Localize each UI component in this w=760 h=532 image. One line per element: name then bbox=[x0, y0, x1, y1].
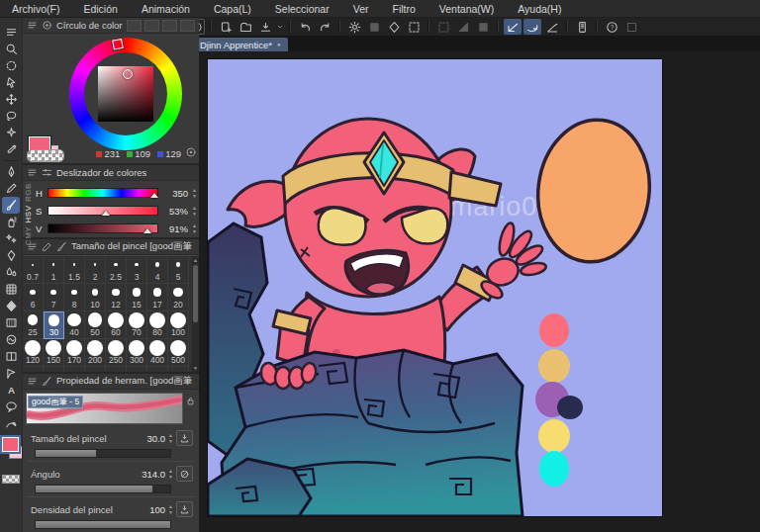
fill-button[interactable] bbox=[385, 19, 403, 35]
fill-tool[interactable] bbox=[2, 298, 20, 314]
brush-size-20[interactable]: 20 bbox=[168, 284, 189, 311]
v-slider-track[interactable] bbox=[48, 223, 158, 233]
property-dynamics-button[interactable] bbox=[176, 466, 193, 482]
undo-button[interactable] bbox=[296, 19, 314, 35]
brush-size-200[interactable]: 200 bbox=[85, 339, 106, 367]
panel-menu-icon[interactable] bbox=[27, 167, 38, 178]
brush-size-3[interactable]: 3 bbox=[127, 256, 147, 284]
slider-stepper[interactable]: ▲▼ bbox=[192, 206, 197, 217]
export-button[interactable] bbox=[256, 19, 274, 35]
open-file-button[interactable] bbox=[237, 19, 254, 35]
slider-stepper[interactable]: ▲▼ bbox=[192, 223, 197, 234]
menu-ventana-w-[interactable]: Ventana(W) bbox=[439, 3, 494, 15]
operate-tool[interactable] bbox=[2, 74, 20, 91]
text-tool[interactable]: A bbox=[2, 382, 20, 399]
export-dropdown-caret[interactable] bbox=[276, 19, 284, 35]
balloon-tool[interactable] bbox=[2, 399, 20, 415]
hue-marker[interactable] bbox=[112, 39, 124, 50]
sv-cursor[interactable] bbox=[123, 69, 133, 79]
brush-size-17[interactable]: 17 bbox=[147, 284, 168, 311]
foreground-color-swatch[interactable] bbox=[2, 437, 19, 452]
brush-size-120[interactable]: 120 bbox=[23, 339, 44, 367]
brush-size-12[interactable]: 12 bbox=[106, 284, 127, 311]
slider-tab-hsv[interactable]: HSV bbox=[23, 203, 34, 224]
brush-size-row5[interactable] bbox=[168, 367, 189, 372]
property-dynamics-button[interactable] bbox=[176, 501, 193, 517]
help-button[interactable]: ? bbox=[603, 19, 620, 35]
tab-close-icon[interactable]: ● bbox=[277, 42, 281, 47]
brush-size-1.5[interactable]: 1.5 bbox=[64, 256, 85, 284]
snap-to-special-ruler-button[interactable] bbox=[523, 19, 541, 35]
palette-menu[interactable] bbox=[2, 24, 20, 41]
property-value[interactable]: 100 bbox=[149, 504, 165, 515]
menu-capa-l-[interactable]: Capa(L) bbox=[214, 3, 251, 15]
brush-size-80[interactable]: 80 bbox=[147, 311, 168, 339]
line-tool[interactable] bbox=[2, 365, 20, 382]
brush-size-50[interactable]: 50 bbox=[85, 311, 106, 339]
brush-size-30[interactable]: 30 bbox=[44, 311, 64, 339]
brush-size-row5[interactable] bbox=[127, 367, 147, 372]
menu-seleccionar[interactable]: Seleccionar bbox=[275, 3, 330, 15]
snap-to-ruler-button[interactable] bbox=[504, 19, 522, 35]
brush-preset-chip[interactable]: good画筆 - 5 bbox=[28, 396, 83, 408]
brush-size-170[interactable]: 170 bbox=[64, 339, 85, 367]
brush-size-2.5[interactable]: 2.5 bbox=[106, 256, 127, 284]
brush-size-row5[interactable] bbox=[23, 367, 44, 372]
artboard[interactable]: mario02 bbox=[208, 59, 662, 516]
eyedropper-tool[interactable] bbox=[2, 141, 20, 158]
color-panel-tabs[interactable] bbox=[127, 20, 195, 32]
brush-size-40[interactable]: 40 bbox=[64, 311, 85, 339]
menu-edici-n[interactable]: Edición bbox=[83, 3, 117, 15]
tone-tool[interactable] bbox=[2, 331, 20, 348]
property-stepper[interactable]: ▲▼ bbox=[168, 504, 173, 515]
auto-select-tool[interactable] bbox=[2, 125, 20, 141]
snap-to-grid-button[interactable] bbox=[543, 19, 561, 35]
menu-ver[interactable]: Ver bbox=[353, 3, 369, 15]
brush-size-1[interactable]: 1 bbox=[44, 256, 64, 284]
document-tab[interactable]: Djinn Apprentice* ● bbox=[193, 38, 288, 51]
selection-tool[interactable] bbox=[2, 57, 20, 74]
new-canvas-button[interactable] bbox=[217, 19, 235, 35]
blend-tool[interactable] bbox=[2, 264, 20, 281]
saturation-value-square[interactable] bbox=[98, 66, 153, 122]
property-value[interactable]: 30.0 bbox=[147, 433, 166, 444]
brush-size-0.7[interactable]: 0.7 bbox=[23, 256, 44, 284]
panel-menu-icon[interactable] bbox=[27, 376, 38, 387]
redo-button[interactable] bbox=[316, 19, 333, 35]
brush-size-500[interactable]: 500 bbox=[168, 339, 189, 367]
pen-tool[interactable] bbox=[2, 163, 20, 180]
slider-tab-rgb[interactable]: RGB bbox=[23, 181, 34, 203]
brush-size-25[interactable]: 25 bbox=[23, 311, 44, 339]
brush-tool[interactable] bbox=[2, 197, 20, 214]
gradient-tool[interactable] bbox=[2, 314, 20, 331]
correction-line-tool[interactable] bbox=[2, 415, 20, 432]
menu-filtro[interactable]: Filtro bbox=[392, 3, 415, 15]
slider-tab-cmy[interactable]: CMY bbox=[23, 224, 34, 246]
brush-size-row5[interactable] bbox=[85, 367, 106, 372]
brush-size-300[interactable]: 300 bbox=[127, 339, 147, 367]
panel-menu-icon[interactable] bbox=[27, 20, 38, 31]
brush-size-4[interactable]: 4 bbox=[147, 256, 168, 284]
brush-size-row5[interactable] bbox=[147, 367, 168, 372]
property-value[interactable]: 314.0 bbox=[142, 469, 165, 480]
brush-size-row5[interactable] bbox=[64, 367, 85, 372]
s-slider-track[interactable] bbox=[48, 206, 158, 216]
lock-icon[interactable] bbox=[185, 396, 196, 406]
brush-size-6[interactable]: 6 bbox=[23, 284, 44, 311]
canvas-area[interactable]: mario02 bbox=[199, 51, 760, 532]
property-dynamics-button[interactable] bbox=[176, 430, 193, 446]
menu-ayuda-h-[interactable]: Ayuda(H) bbox=[518, 3, 561, 15]
decoration-tool[interactable] bbox=[2, 230, 20, 247]
brush-size-row5[interactable] bbox=[106, 367, 127, 372]
eraser-tool[interactable] bbox=[2, 247, 20, 264]
figure-tool[interactable] bbox=[2, 281, 20, 298]
brush-size-400[interactable]: 400 bbox=[147, 339, 168, 367]
zoom-tool[interactable] bbox=[2, 41, 20, 57]
brush-size-5[interactable]: 5 bbox=[168, 256, 189, 284]
slider-stepper[interactable]: ▲▼ bbox=[192, 188, 197, 199]
tablet-companion-button[interactable] bbox=[573, 19, 591, 35]
property-slider[interactable] bbox=[35, 485, 171, 493]
clear-button[interactable] bbox=[345, 19, 363, 35]
scale-rotate-button[interactable] bbox=[405, 19, 423, 35]
menu-archivo-f-[interactable]: Archivo(F) bbox=[12, 3, 59, 15]
